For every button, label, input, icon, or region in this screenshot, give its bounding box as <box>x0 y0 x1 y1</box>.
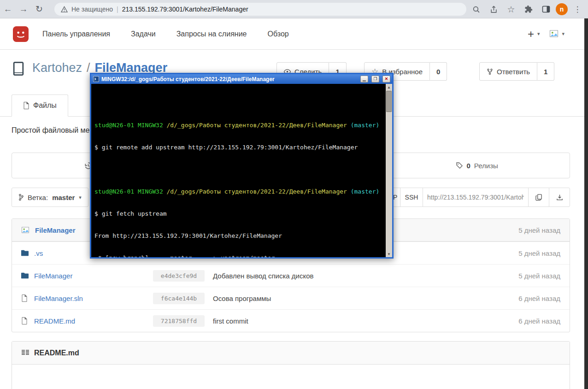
fork-button[interactable]: Ответвить <box>479 62 537 81</box>
nav-pull-requests[interactable]: Запросы на слияние <box>176 30 247 38</box>
copy-icon[interactable] <box>528 188 549 207</box>
file-icon <box>21 317 34 324</box>
file-icon <box>21 295 34 302</box>
commit-author-link[interactable]: FileManager <box>35 226 76 234</box>
tab-files[interactable]: Файлы <box>12 94 68 117</box>
url-text: 213.155.192.79:3001/Kartohez/FileManager <box>122 6 248 13</box>
commit-hash-badge[interactable]: f6ca4e144b <box>153 293 205 304</box>
terminal-output-line: * [new branch] master -> upstream/master <box>94 254 382 257</box>
terminal-scrollbar[interactable]: ▲ ▼ <box>386 84 392 257</box>
ssh-protocol-button[interactable]: SSH <box>400 188 423 207</box>
forward-button[interactable]: → <box>16 1 31 17</box>
readme-header: README.md <box>12 342 570 365</box>
clone-url-input[interactable] <box>423 188 529 207</box>
folder-icon <box>21 272 34 279</box>
table-row: FileManager e4de3cfe9d Добавлен вывод сп… <box>12 264 570 287</box>
commit-message-link[interactable]: first commit <box>213 317 518 325</box>
fork-label: Ответвить <box>497 68 530 76</box>
scroll-up-icon[interactable]: ▲ <box>387 84 391 90</box>
repo-book-icon <box>12 62 25 76</box>
table-row: README.md 7218758ffd first commit 6 дней… <box>12 309 570 332</box>
fork-icon <box>487 68 493 75</box>
file-icon <box>23 102 29 109</box>
address-bar[interactable]: Не защищено | 213.155.192.79:3001/Kartoh… <box>54 3 466 16</box>
nav-issues[interactable]: Задачи <box>131 30 156 38</box>
file-name-link[interactable]: FileManager <box>34 272 153 280</box>
terminal-prompt-line: stud@N26-01 MINGW32 /d/_gogs/Работы студ… <box>94 188 382 195</box>
nav-explore[interactable]: Обзор <box>267 30 288 38</box>
commit-message-link[interactable]: Осова программы <box>213 295 518 302</box>
extensions-puzzle-icon[interactable] <box>521 1 536 17</box>
chevron-down-icon[interactable]: ▾ <box>537 31 540 37</box>
gogs-logo[interactable] <box>13 26 29 42</box>
terminal-prompt-line: stud@N26-01 MINGW32 /d/_gogs/Работы студ… <box>94 122 382 129</box>
nav-dashboard[interactable]: Панель управления <box>42 30 110 38</box>
tag-icon <box>456 162 463 169</box>
releases-summary[interactable]: 0 Релизы <box>383 153 570 178</box>
branch-name: master <box>52 194 75 201</box>
share-icon[interactable] <box>486 1 501 17</box>
terminal-window[interactable]: MINGW32:/d/_gogs/Работы студентов/2021-2… <box>90 73 394 259</box>
terminal-line <box>94 100 382 107</box>
file-time: 6 дней назад <box>518 295 560 302</box>
branch-icon <box>18 194 24 201</box>
terminal-app-icon <box>93 76 99 82</box>
terminal-title: MINGW32:/d/_gogs/Работы студентов/2021-2… <box>101 76 357 83</box>
close-button[interactable]: ✕ <box>382 76 390 83</box>
toolbar-actions: ☆ n ⋮ <box>468 0 585 18</box>
releases-count: 0 <box>467 162 470 170</box>
security-label: Не защищено <box>71 6 113 13</box>
readme-panel: README.md <box>12 341 570 389</box>
divider: | <box>117 6 118 13</box>
fork-button-group: Ответвить 1 <box>479 62 554 81</box>
folder-icon <box>21 250 34 256</box>
branch-label: Ветка: <box>28 194 48 201</box>
repo-owner-link[interactable]: Kartohez <box>32 61 82 75</box>
side-panel-icon[interactable] <box>538 1 554 17</box>
readme-list-icon <box>21 349 29 356</box>
create-new-button[interactable]: + <box>528 29 534 40</box>
file-time: 5 дней назад <box>518 249 560 257</box>
commit-hash-badge[interactable]: e4de3cfe9d <box>153 270 205 282</box>
star-count[interactable]: 0 <box>430 62 447 81</box>
commit-message-link[interactable]: Добавлен вывод списка дисков <box>213 272 518 280</box>
download-icon[interactable] <box>549 188 570 207</box>
file-name-link[interactable]: FileManager.sln <box>34 295 153 302</box>
back-button[interactable]: ← <box>0 1 16 17</box>
table-row: FileManager.sln f6ca4e144b Осова програм… <box>12 287 570 309</box>
releases-label: Релизы <box>474 162 498 170</box>
terminal-output-line: From http://213.155.192.79:3001/Kartohez… <box>94 232 382 240</box>
file-time: 6 дней назад <box>518 317 560 325</box>
branch-selector[interactable]: Ветка: master ▾ <box>12 188 88 207</box>
maximize-button[interactable]: ❐ <box>371 76 379 83</box>
window-edge <box>584 18 588 389</box>
file-name-link[interactable]: README.md <box>34 317 153 325</box>
reload-button[interactable]: ↻ <box>31 1 47 17</box>
readme-title: README.md <box>34 349 79 357</box>
scroll-down-icon[interactable]: ▼ <box>387 251 391 257</box>
terminal-titlebar[interactable]: MINGW32:/d/_gogs/Работы студентов/2021-2… <box>91 74 392 84</box>
clone-url-group: HTTP SSH <box>378 188 570 207</box>
commit-time: 5 дней назад <box>518 226 560 234</box>
warning-icon <box>61 6 68 13</box>
terminal-command: $ git remote add upstream http://213.155… <box>94 144 382 151</box>
terminal-output: stud@N26-01 MINGW32 /d/_gogs/Работы студ… <box>91 84 386 257</box>
zoom-icon[interactable] <box>468 1 484 17</box>
commit-author-avatar <box>21 227 29 234</box>
site-navbar: Панель управления Задачи Запросы на слия… <box>0 18 588 50</box>
bookmark-star-icon[interactable]: ☆ <box>503 1 519 17</box>
fork-count[interactable]: 1 <box>537 62 554 81</box>
terminal-line <box>94 166 382 173</box>
scrollbar-thumb[interactable] <box>386 91 392 112</box>
user-avatar[interactable] <box>549 30 559 38</box>
commit-hash-badge[interactable]: 7218758ffd <box>153 315 205 327</box>
browser-menu-icon[interactable]: ⋮ <box>570 1 585 17</box>
file-time: 5 дней назад <box>518 272 560 280</box>
chevron-down-icon[interactable]: ▾ <box>562 31 564 37</box>
minimize-button[interactable]: ▁ <box>360 76 368 83</box>
chevron-down-icon: ▾ <box>79 194 82 200</box>
browser-profile-avatar[interactable]: n <box>556 3 568 15</box>
terminal-command: $ git fetch upstream <box>94 210 382 218</box>
browser-toolbar: ← → ↻ Не защищено | 213.155.192.79:3001/… <box>0 0 588 18</box>
tab-files-label: Файлы <box>33 101 57 110</box>
